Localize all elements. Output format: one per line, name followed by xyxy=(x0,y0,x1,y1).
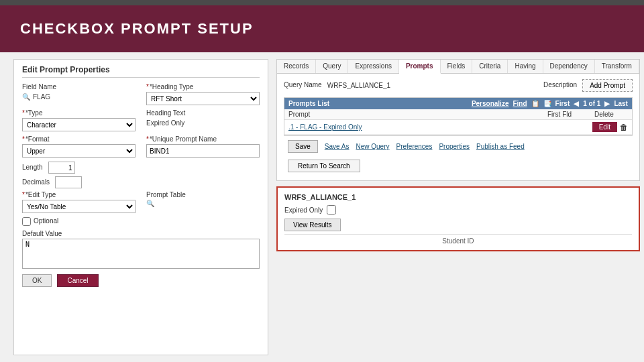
field-name-group: Field Name 🔍 FLAG xyxy=(22,83,136,105)
prompts-col-headers: Prompt First Fld Delete xyxy=(284,109,632,120)
optional-checkbox[interactable] xyxy=(22,217,31,226)
tab-fields[interactable]: Fields xyxy=(441,60,473,73)
tab-criteria[interactable]: Criteria xyxy=(472,60,508,73)
expired-only-checkbox[interactable] xyxy=(327,205,336,215)
next-icon: ▶ xyxy=(604,100,610,107)
view-results-button[interactable]: View Results xyxy=(284,219,341,231)
optional-row: Optional xyxy=(22,217,260,226)
format-row: *Format Upper *Unique Prompt Name xyxy=(22,135,260,158)
left-panel: Edit Prompt Properties Field Name 🔍 FLAG… xyxy=(13,59,268,355)
page-info: 1 of 1 xyxy=(583,100,600,107)
length-label: Length xyxy=(22,164,43,171)
heading-text-value: Expired Only xyxy=(146,118,260,128)
edit-type-select[interactable]: Yes/No Table xyxy=(22,200,136,213)
col-prompt: Prompt xyxy=(288,111,547,118)
return-to-search-button[interactable]: Return To Search xyxy=(288,160,360,172)
default-value-textarea[interactable]: N xyxy=(22,239,260,269)
new-query-link[interactable]: New Query xyxy=(356,143,390,150)
query-name-label: Query Name xyxy=(284,81,322,88)
tab-dependency[interactable]: Dependency xyxy=(543,60,595,73)
table-row: .1 - FLAG - Expired Only Edit 🗑 xyxy=(284,120,632,135)
save-button[interactable]: Save xyxy=(288,140,318,153)
prompt-table-label: Prompt Table xyxy=(146,191,260,198)
unique-prompt-label: *Unique Prompt Name xyxy=(146,135,260,143)
btn-row: OK Cancel xyxy=(22,274,260,287)
length-row: Length xyxy=(22,162,260,174)
right-panel: Records Query Expressions Prompts Fields… xyxy=(276,59,640,355)
page-icon: ◀ xyxy=(574,100,579,107)
delete-icon[interactable]: 🗑 xyxy=(620,123,628,132)
format-label: *Format xyxy=(22,135,136,143)
find-link[interactable]: Find xyxy=(513,100,527,107)
wrfs-panel: WRFS_ALLIANCE_1 Expired Only View Result… xyxy=(276,186,640,251)
decimals-label: Decimals xyxy=(22,178,50,186)
prompt-table-group: Prompt Table 🔍 xyxy=(146,191,260,213)
tab-having[interactable]: Having xyxy=(508,60,543,73)
properties-link[interactable]: Properties xyxy=(439,143,470,150)
ok-button[interactable]: OK xyxy=(22,274,52,287)
tab-expressions[interactable]: Expressions xyxy=(348,60,398,73)
tab-query[interactable]: Query xyxy=(316,60,348,73)
prompts-list-label: Prompts List xyxy=(288,100,329,107)
format-group: *Format Upper xyxy=(22,135,136,158)
default-value-group: Default Value N xyxy=(22,230,260,269)
col-first-fld: First Fld xyxy=(547,111,594,118)
query-name-value: WRFS_ALLIANCE_1 xyxy=(327,80,390,90)
prompts-section: Prompts List Personalize Find 📋 📑 First … xyxy=(284,97,633,135)
prompt-table-search-wrap: 🔍 xyxy=(146,200,260,207)
view-icon-1[interactable]: 📋 xyxy=(531,100,539,107)
field-name-row: Field Name 🔍 FLAG *Heading Type RFT Shor… xyxy=(22,83,260,105)
tabs-bar: Records Query Expressions Prompts Fields… xyxy=(277,60,639,74)
prompts-header-right: Personalize Find 📋 📑 First ◀ 1 of 1 ▶ La… xyxy=(472,100,628,107)
type-label: *Type xyxy=(22,109,136,117)
prompt-table-search-icon[interactable]: 🔍 xyxy=(146,200,154,207)
prompts-header: Prompts List Personalize Find 📋 📑 First … xyxy=(284,98,632,109)
type-group: *Type Character xyxy=(22,109,136,131)
first-label[interactable]: First xyxy=(555,100,570,107)
field-name-input-wrap: 🔍 FLAG xyxy=(22,92,136,102)
tab-prompts[interactable]: Prompts xyxy=(399,60,441,74)
unique-prompt-group: *Unique Prompt Name xyxy=(146,135,260,158)
add-prompt-button[interactable]: Add Prompt xyxy=(582,79,633,92)
default-value-label: Default Value xyxy=(22,230,260,237)
personalize-link[interactable]: Personalize xyxy=(472,100,509,107)
heading-type-group: *Heading Type RFT Short xyxy=(146,83,260,105)
edit-button[interactable]: Edit xyxy=(592,122,617,132)
unique-prompt-input[interactable] xyxy=(146,144,260,158)
expired-only-label: Expired Only xyxy=(284,206,323,214)
preferences-link[interactable]: Preferences xyxy=(396,143,433,150)
length-input[interactable] xyxy=(48,162,75,174)
tab-records[interactable]: Records xyxy=(277,60,316,73)
field-name-label: Field Name xyxy=(22,83,136,90)
page-title: CHECKBOX PROMPT SETUP xyxy=(20,20,254,38)
panel-title: Edit Prompt Properties xyxy=(22,65,260,78)
edit-type-label: *Edit Type xyxy=(22,191,136,198)
cancel-button[interactable]: Cancel xyxy=(57,274,98,287)
heading-type-select[interactable]: RFT Short xyxy=(146,92,260,105)
expired-only-row: Expired Only xyxy=(284,205,632,215)
view-icon-2[interactable]: 📑 xyxy=(543,100,551,107)
edit-type-group: *Edit Type Yes/No Table xyxy=(22,191,136,213)
tabs-content: Query Name WRFS_ALLIANCE_1 Description A… xyxy=(277,74,639,180)
type-select[interactable]: Character xyxy=(22,118,136,131)
field-name-search-icon[interactable]: 🔍 xyxy=(22,93,30,101)
publish-link[interactable]: Publish as Feed xyxy=(476,143,525,150)
last-label[interactable]: Last xyxy=(614,100,628,107)
wrfs-title: WRFS_ALLIANCE_1 xyxy=(284,193,632,201)
tabs-panel: Records Query Expressions Prompts Fields… xyxy=(276,59,640,181)
heading-text-label: Heading Text xyxy=(146,109,260,117)
format-select[interactable]: Upper xyxy=(22,144,136,158)
action-bar: Save Save As New Query Preferences Prope… xyxy=(284,135,633,157)
field-name-value: FLAG xyxy=(33,92,50,102)
top-bar xyxy=(0,0,644,5)
optional-label: Optional xyxy=(34,217,58,225)
edit-type-row: *Edit Type Yes/No Table Prompt Table 🔍 xyxy=(22,191,260,213)
description-label: Description xyxy=(543,81,577,88)
main-content: Edit Prompt Properties Field Name 🔍 FLAG… xyxy=(0,52,644,362)
decimals-input[interactable] xyxy=(55,176,82,188)
tab-transform[interactable]: Transform xyxy=(595,60,639,73)
heading-text-group: Heading Text Expired Only xyxy=(146,109,260,131)
student-id-bar: Student ID xyxy=(284,234,632,245)
save-as-link[interactable]: Save As xyxy=(325,143,350,150)
prompt-row-text[interactable]: .1 - FLAG - Expired Only xyxy=(288,123,592,131)
